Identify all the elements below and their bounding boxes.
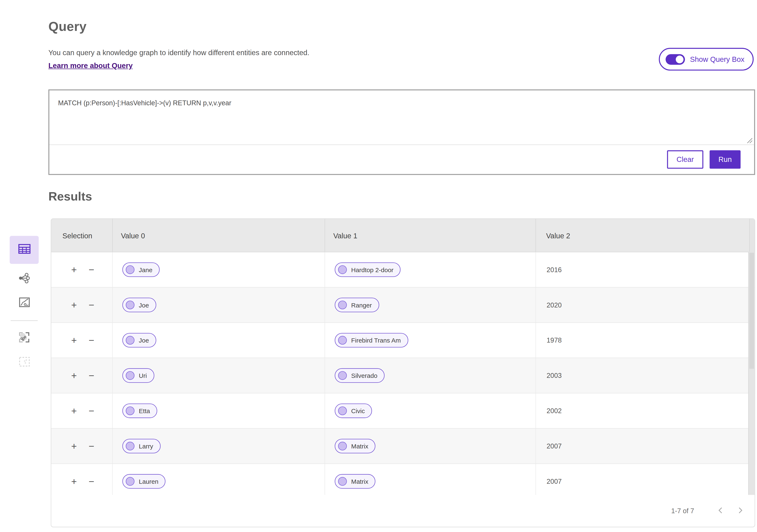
node-dot-icon (126, 265, 135, 274)
sidebar-item-selection-tool (10, 350, 39, 375)
table-row: + − Joe Firebird Trans Am 1978 (51, 323, 754, 358)
person-pill[interactable]: Uri (122, 368, 154, 383)
vehicle-pill[interactable]: Civic (335, 404, 372, 418)
pagination-prev-button[interactable] (714, 505, 726, 517)
value1-cell: Matrix (325, 429, 536, 463)
value1-cell: Silverado (325, 358, 536, 393)
remove-from-selection-button[interactable]: − (86, 369, 97, 382)
value1-cell: Hardtop 2-door (325, 252, 536, 287)
table-row: + − Uri Silverado 2003 (51, 358, 754, 394)
selection-cell: + − (51, 323, 112, 358)
remove-from-selection-button[interactable]: − (86, 298, 97, 312)
chevron-left-icon (718, 506, 723, 516)
results-title: Results (48, 189, 92, 204)
vehicle-pill[interactable]: Hardtop 2-door (335, 262, 401, 277)
value0-cell: Joe (112, 323, 325, 358)
person-pill[interactable]: Joe (122, 333, 156, 347)
sidebar-item-map-view[interactable] (10, 291, 39, 315)
person-pill[interactable]: Jane (122, 262, 160, 277)
table-view-icon (17, 243, 31, 257)
year-cell: 2020 (535, 288, 749, 322)
remove-from-selection-button[interactable]: − (86, 263, 97, 277)
value1-cell: Civic (325, 393, 536, 428)
toggle-switch-icon[interactable] (666, 54, 685, 65)
show-query-box-toggle[interactable]: Show Query Box (659, 48, 753, 70)
node-dot-icon (338, 406, 347, 415)
person-pill[interactable]: Lauren (122, 474, 166, 489)
person-pill-label: Larry (139, 442, 153, 450)
person-pill[interactable]: Larry (122, 439, 160, 453)
pagination-next-button[interactable] (735, 505, 746, 517)
sidebar-item-graph-selection-view[interactable] (10, 326, 39, 350)
sidebar-item-table-view[interactable] (10, 236, 39, 264)
remove-from-selection-button[interactable]: − (86, 439, 97, 453)
toggle-knob (676, 55, 683, 63)
vertical-scrollbar[interactable] (748, 252, 754, 495)
person-pill-label: Joe (139, 301, 149, 309)
query-textarea[interactable]: MATCH (p:Person)-[:HasVehicle]->(v) RETU… (49, 91, 754, 145)
scrollbar-thumb[interactable] (749, 253, 754, 369)
table-row: + − Joe Ranger 2020 (51, 288, 754, 323)
remove-from-selection-button[interactable]: − (86, 334, 97, 347)
graph-frame-icon (18, 331, 30, 345)
vehicle-pill[interactable]: Matrix (335, 474, 376, 489)
vehicle-pill[interactable]: Ranger (335, 298, 379, 312)
pagination-range: 1-7 of 7 (671, 507, 694, 515)
table-header-row: Selection Value 0 Value 1 Value 2 (51, 219, 754, 252)
node-dot-icon (338, 442, 347, 451)
header-cell-selection: Selection (51, 219, 112, 252)
table-body: + − Jane Hardtop 2-door 2016 + − Joe (51, 252, 754, 499)
learn-more-link[interactable]: Learn more about Query (48, 61, 133, 70)
add-to-selection-button[interactable]: + (69, 334, 79, 347)
header-cell-value0: Value 0 (112, 219, 325, 252)
query-page: Query You can query a knowledge graph to… (0, 0, 757, 532)
run-button[interactable]: Run (710, 150, 741, 168)
query-actions: Clear Run (49, 145, 754, 174)
add-to-selection-button[interactable]: + (69, 369, 79, 382)
add-to-selection-button[interactable]: + (69, 475, 79, 488)
selection-cell: + − (51, 252, 112, 287)
year-cell: 2002 (535, 393, 749, 428)
year-cell: 1978 (535, 323, 749, 358)
view-switcher-rail (10, 236, 39, 375)
vehicle-pill[interactable]: Firebird Trans Am (335, 333, 408, 347)
add-to-selection-button[interactable]: + (69, 298, 79, 312)
app-viewport: Query You can query a knowledge graph to… (0, 0, 757, 532)
header-cell-value2: Value 2 (535, 219, 749, 252)
vehicle-pill-label: Matrix (351, 442, 368, 450)
remove-from-selection-button[interactable]: − (86, 404, 97, 418)
node-dot-icon (126, 300, 135, 309)
clear-button[interactable]: Clear (667, 150, 704, 168)
node-dot-icon (338, 265, 347, 274)
header-scrollbar-corner (749, 219, 754, 252)
year-cell: 2007 (535, 429, 749, 463)
person-pill-label: Uri (139, 372, 147, 379)
person-pill-label: Lauren (139, 478, 159, 485)
table-row: + − Jane Hardtop 2-door 2016 (51, 252, 754, 288)
add-to-selection-button[interactable]: + (69, 404, 79, 418)
page-description: You can query a knowledge graph to ident… (48, 48, 309, 56)
value0-cell: Larry (112, 429, 325, 463)
remove-from-selection-button[interactable]: − (86, 475, 97, 488)
year-cell: 2016 (535, 252, 749, 287)
table-row: + − Lauren Matrix 2007 (51, 464, 754, 499)
person-pill[interactable]: Joe (122, 298, 156, 312)
chevron-right-icon (738, 506, 743, 516)
vehicle-pill-label: Hardtop 2-door (351, 266, 393, 273)
toggle-label: Show Query Box (690, 55, 744, 63)
vehicle-pill[interactable]: Silverado (335, 368, 385, 383)
resize-handle-icon[interactable] (746, 137, 753, 144)
vehicle-pill-label: Ranger (351, 301, 372, 309)
sidebar-item-graph-view[interactable] (10, 267, 39, 291)
add-to-selection-button[interactable]: + (69, 439, 79, 453)
add-to-selection-button[interactable]: + (69, 263, 79, 277)
year-cell: 2007 (535, 464, 749, 499)
value1-cell: Firebird Trans Am (325, 323, 536, 358)
person-pill[interactable]: Etta (122, 404, 157, 418)
vehicle-pill[interactable]: Matrix (335, 439, 376, 453)
value0-cell: Etta (112, 393, 325, 428)
page-title: Query (48, 19, 87, 35)
vehicle-pill-label: Firebird Trans Am (351, 337, 401, 344)
node-dot-icon (338, 477, 347, 486)
value0-cell: Jane (112, 252, 325, 287)
